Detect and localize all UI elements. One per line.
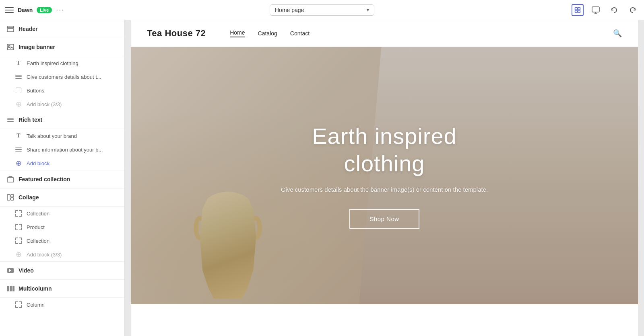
sidebar-item-video-label: Video (19, 267, 34, 274)
image-banner-icon (6, 43, 14, 51)
sidebar-item-product-label: Product (27, 224, 45, 230)
sidebar-item-column[interactable]: Column (0, 298, 124, 311)
topbar-right (559, 4, 639, 16)
store-header: Tea House 72 Home Catalog Contact 🔍 (131, 20, 638, 47)
sidebar-item-image-banner[interactable]: Image banner (0, 38, 124, 56)
search-icon[interactable]: 🔍 (613, 29, 622, 38)
banner-subtitle: Give customers details about the banner … (280, 185, 489, 195)
sidebar-item-collage[interactable]: Collage (0, 188, 124, 207)
topbar-left: Dawn Live ··· (5, 6, 85, 14)
svg-rect-12 (7, 195, 10, 200)
video-icon (6, 266, 14, 275)
store-header-right: 🔍 (613, 29, 622, 38)
lines-block-icon (14, 73, 23, 81)
svg-rect-2 (575, 10, 578, 12)
add-block-collage-icon: ⊕ (14, 250, 23, 258)
svg-rect-3 (578, 10, 580, 12)
nav-home[interactable]: Home (230, 29, 245, 37)
sidebar-item-collage-label: Collage (19, 194, 39, 201)
redo-button[interactable] (626, 4, 639, 16)
svg-rect-13 (11, 195, 14, 197)
nav-catalog[interactable]: Catalog (258, 30, 277, 37)
sidebar-item-add-block-collage[interactable]: ⊕ Add block (3/3) (0, 248, 124, 262)
sidebar-item-buttons-label: Buttons (27, 88, 44, 94)
svg-rect-11 (7, 178, 14, 182)
sidebar-item-rich-text-label: Rich text (19, 117, 42, 123)
button-block-icon (14, 86, 23, 94)
sidebar-item-collection-1-label: Collection (27, 211, 50, 217)
page-selector[interactable]: Home page ▾ (270, 4, 374, 16)
desktop-view-button[interactable] (589, 4, 602, 16)
sidebar-item-share-info[interactable]: Share information about your b... (0, 143, 124, 156)
sidebar-item-header[interactable]: Header (0, 20, 124, 38)
vase-body (200, 192, 256, 304)
sidebar-item-add-block-collage-label: Add block (3/3) (27, 252, 62, 258)
sidebar-item-collection-2-label: Collection (27, 238, 50, 244)
collection-1-icon (14, 209, 23, 217)
multicolumn-icon (6, 285, 14, 293)
banner-content: Earth inspired clothing Give customers d… (264, 107, 505, 244)
banner-title: Earth inspired clothing (280, 123, 489, 176)
svg-rect-0 (575, 7, 578, 10)
sidebar-item-add-block-banner[interactable]: ⊕ Add block (3/3) (0, 97, 124, 111)
sidebar-item-collection-2[interactable]: Collection (0, 234, 124, 248)
main-layout: Header Image banner T Earth inspired clo… (0, 20, 644, 336)
chevron-down-icon: ▾ (367, 7, 369, 13)
svg-rect-8 (7, 29, 14, 32)
sidebar-item-add-block-rich[interactable]: ⊕ Add block (0, 156, 124, 170)
sidebar-item-talk-brand-label: Talk about your brand (27, 133, 77, 139)
collection-2-icon (14, 237, 23, 245)
topbar: Dawn Live ··· Home page ▾ (0, 0, 644, 20)
sidebar-item-earth-label: Earth inspired clothing (27, 60, 78, 66)
sidebar-item-multicolumn[interactable]: Multicolumn (0, 280, 124, 298)
sidebar-item-add-block-rich-label: Add block (27, 160, 50, 166)
shop-now-button[interactable]: Shop Now (349, 209, 419, 229)
vase-decoration (192, 168, 264, 304)
talk-brand-icon: T (14, 132, 23, 140)
sidebar-item-column-label: Column (27, 302, 45, 308)
add-block-icon: ⊕ (14, 100, 23, 108)
svg-rect-14 (11, 198, 14, 200)
sidebar-item-video[interactable]: Video (0, 262, 124, 280)
topbar-center: Home page ▾ (90, 4, 554, 16)
collage-icon (6, 193, 14, 201)
store-nav: Home Catalog Contact (230, 29, 310, 37)
preview-frame: Tea House 72 Home Catalog Contact 🔍 (131, 20, 638, 336)
sidebar-item-talk-brand[interactable]: T Talk about your brand (0, 129, 124, 143)
sidebar-item-featured-collection[interactable]: Featured collection (0, 170, 124, 188)
sidebar-item-featured-collection-label: Featured collection (19, 176, 70, 182)
sidebar-item-give-customers[interactable]: Give customers details about t... (0, 70, 124, 84)
live-badge: Live (37, 7, 52, 13)
menu-icon[interactable] (5, 6, 14, 14)
sidebar-item-earth-inspired[interactable]: T Earth inspired clothing (0, 56, 124, 70)
product-icon (14, 223, 23, 231)
header-icon (6, 25, 14, 33)
svg-rect-4 (592, 7, 599, 12)
sidebar-item-give-customers-label: Give customers details about t... (27, 74, 101, 80)
sidebar-item-collection-1[interactable]: Collection (0, 207, 124, 220)
svg-rect-9 (7, 44, 14, 50)
column-icon (14, 301, 23, 309)
rich-text-icon (6, 116, 14, 124)
sidebar-item-rich-text[interactable]: Rich text (0, 111, 124, 129)
undo-button[interactable] (608, 4, 621, 16)
sidebar-item-share-info-label: Share information about your b... (27, 147, 103, 153)
sidebar-item-add-block-banner-label: Add block (3/3) (27, 101, 62, 107)
sidebar: Header Image banner T Earth inspired clo… (0, 20, 125, 336)
svg-rect-7 (7, 26, 14, 28)
preview-area: Tea House 72 Home Catalog Contact 🔍 (125, 20, 644, 336)
more-options-button[interactable]: ··· (56, 6, 64, 14)
store-logo: Tea House 72 (147, 28, 206, 39)
theme-name: Dawn (18, 7, 33, 13)
sidebar-item-multicolumn-label: Multicolumn (19, 285, 52, 292)
sidebar-item-header-label: Header (19, 26, 37, 32)
banner-section: Earth inspired clothing Give customers d… (131, 47, 638, 304)
sidebar-item-image-banner-label: Image banner (19, 44, 55, 50)
sidebar-item-product[interactable]: Product (0, 220, 124, 234)
featured-collection-icon (6, 175, 14, 183)
select-mode-button[interactable] (572, 4, 584, 16)
nav-contact[interactable]: Contact (290, 30, 310, 37)
share-info-icon (14, 145, 23, 154)
sidebar-item-buttons[interactable]: Buttons (0, 84, 124, 97)
text-block-icon: T (14, 59, 23, 67)
